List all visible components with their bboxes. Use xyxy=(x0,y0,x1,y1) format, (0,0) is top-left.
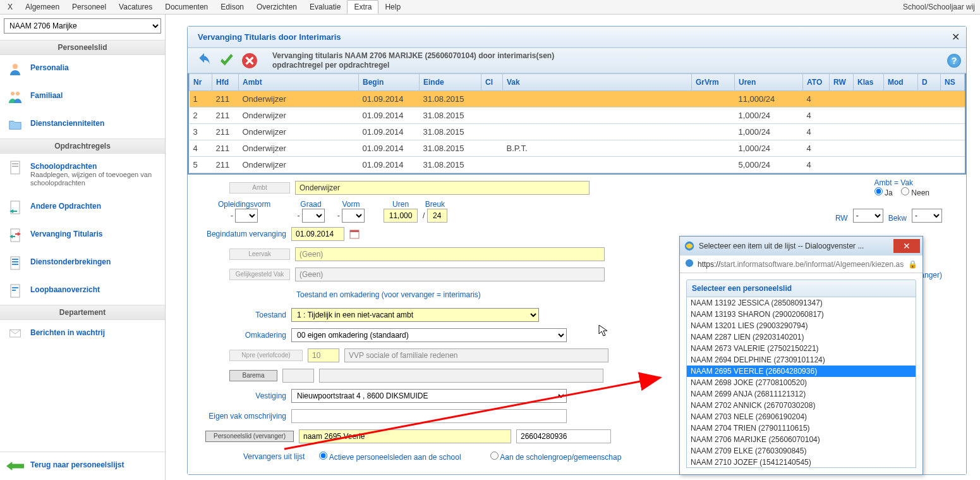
list-item[interactable]: NAAM 2698 JOKE (27708100520) xyxy=(687,377,916,388)
list-item[interactable]: NAAM 2702 ANNICK (26707030208) xyxy=(687,400,916,411)
dialog-close-button[interactable]: ✕ xyxy=(893,239,920,253)
list-item[interactable]: NAAM 2673 VALERIE (27502150221) xyxy=(687,343,916,354)
list-item[interactable]: NAAM 2695 VEERLE (26604280936) xyxy=(687,366,916,377)
npre-input[interactable] xyxy=(308,348,339,362)
personeelslid-id-input[interactable] xyxy=(516,429,611,443)
cell-cl xyxy=(481,157,503,173)
menu-x[interactable]: X xyxy=(1,1,19,13)
cell-vak xyxy=(503,157,692,173)
dialog-list[interactable]: NAAM 13192 JESSICA (28508091347)NAAM 131… xyxy=(686,297,916,468)
opleidingsvorm-select[interactable] xyxy=(235,209,258,223)
sidebar-back-link[interactable]: Terug naar personeelslijst xyxy=(0,452,165,480)
list-item[interactable]: NAAM 2287 LIEN (29203140201) xyxy=(687,331,916,343)
list-item[interactable]: NAAM 13193 SHARON (29002060817) xyxy=(687,309,916,320)
cell-begin: 01.09.2014 xyxy=(359,124,420,140)
th-uren[interactable]: Uren xyxy=(735,74,803,91)
list-item[interactable]: NAAM 2704 TRIEN (27901110615) xyxy=(687,422,916,434)
breuk-label: Breuk xyxy=(423,200,447,209)
menu-personeel[interactable]: Personeel xyxy=(66,1,112,13)
breuk-input[interactable] xyxy=(427,209,447,223)
radio-ja[interactable]: Ja xyxy=(874,188,893,197)
table-row[interactable]: 1211Onderwijzer01.09.201431.08.201511,00… xyxy=(190,91,965,108)
menu-algemeen[interactable]: Algemeen xyxy=(19,1,66,13)
list-item[interactable]: NAAM 2699 ANJA (26811121312) xyxy=(687,388,916,400)
leervak-field[interactable]: (Geen) xyxy=(295,247,605,261)
graad-select[interactable] xyxy=(302,209,325,223)
sidebar-item-familiaal[interactable]: Familiaal xyxy=(0,83,165,111)
menu-documenten[interactable]: Documenten xyxy=(159,1,214,13)
sidebar-item-personalia[interactable]: Personalia xyxy=(0,55,165,83)
eigenvak-input[interactable] xyxy=(291,409,567,423)
person-select[interactable]: NAAM 2706 Marijke xyxy=(4,18,161,34)
th-nr[interactable]: Nr xyxy=(190,74,212,91)
menu-overzichten[interactable]: Overzichten xyxy=(250,1,303,13)
omkadering-select[interactable]: 00 eigen omkadering (standaard) xyxy=(291,328,567,342)
sidebar-item-andere-opdrachten[interactable]: Andere Opdrachten xyxy=(0,194,165,221)
th-ns[interactable]: NS xyxy=(941,74,965,91)
th-begin[interactable]: Begin xyxy=(359,74,420,91)
accept-icon[interactable] xyxy=(215,51,238,70)
sidebar-item-berichten[interactable]: Berichten in wachtrij xyxy=(0,320,165,348)
begindatum-input[interactable] xyxy=(291,227,344,241)
cell-ambt: Onderwijzer xyxy=(239,91,359,108)
list-item[interactable]: NAAM 2703 NELE (26906190204) xyxy=(687,411,916,422)
list-item[interactable]: NAAM 2706 MARIJKE (25606070104) xyxy=(687,434,916,445)
list-item[interactable]: NAAM 2710 JOZEF (15412140545) xyxy=(687,457,916,468)
undo-icon[interactable] xyxy=(193,51,215,70)
calendar-icon[interactable] xyxy=(349,229,360,239)
sidebar-item-loopbaanoverzicht[interactable]: Loopbaanoverzicht xyxy=(0,277,165,305)
radio-actieve[interactable]: Actieve personeelsleden aan de school xyxy=(319,452,461,462)
sidebar-item-vervanging-titularis[interactable]: Vervanging Titularis xyxy=(0,221,165,249)
radio-scholengroep[interactable]: Aan de scholengroep/gemeenschap xyxy=(490,452,622,462)
svg-rect-4 xyxy=(12,163,18,164)
th-d[interactable]: D xyxy=(918,74,941,91)
rw-select[interactable]: - xyxy=(853,209,883,223)
table-row[interactable]: 2211Onderwijzer01.09.201431.08.20151,000… xyxy=(190,108,965,124)
svg-rect-9 xyxy=(12,259,18,260)
vorm-select[interactable] xyxy=(342,209,365,223)
personeelslid-name-input[interactable] xyxy=(299,429,511,443)
menu-help[interactable]: Help xyxy=(378,1,407,13)
table-row[interactable]: 5211Onderwijzer01.09.201431.08.20155,000… xyxy=(190,157,965,173)
toestand-select[interactable]: 1 : Tijdelijk in een niet-vacant ambt xyxy=(291,308,539,322)
cell-rw xyxy=(830,108,854,124)
radio-neen[interactable]: Neen xyxy=(901,188,929,197)
th-klas[interactable]: Klas xyxy=(854,74,884,91)
th-einde[interactable]: Einde xyxy=(420,74,481,91)
menu-extra[interactable]: Extra xyxy=(347,0,378,14)
th-cl[interactable]: Cl xyxy=(481,74,503,91)
table-row[interactable]: 4211Onderwijzer01.09.201431.08.2015B.P.T… xyxy=(190,140,965,157)
menu-evaluatie[interactable]: Evaluatie xyxy=(303,1,347,13)
ambt-field[interactable]: Onderwijzer xyxy=(295,181,590,195)
opleidingsvorm-value: - xyxy=(231,211,233,220)
help-icon[interactable]: ? xyxy=(947,54,961,68)
th-grvrm[interactable]: GrVrm xyxy=(692,74,735,91)
window-close-icon[interactable]: ✕ xyxy=(952,31,960,43)
delete-icon[interactable] xyxy=(238,51,261,70)
menu-vacatures[interactable]: Vacatures xyxy=(112,1,159,13)
sidebar-item-dienstancienniteiten[interactable]: Dienstancienniteiten xyxy=(0,111,165,138)
menu-edison[interactable]: Edison xyxy=(214,1,250,13)
th-rw[interactable]: RW xyxy=(830,74,854,91)
svg-rect-11 xyxy=(12,264,18,265)
vestiging-select[interactable]: Nieuwpoortstraat 4 , 8600 DIKSMUIDE xyxy=(291,389,567,403)
personeelslid-button[interactable]: Personeelslid (vervanger) xyxy=(205,431,294,442)
th-ato[interactable]: ATO xyxy=(803,74,830,91)
th-ambt[interactable]: Ambt xyxy=(239,74,359,91)
barema-button[interactable]: Barema xyxy=(229,370,277,381)
list-item[interactable]: NAAM 2709 ELKE (27603090845) xyxy=(687,445,916,457)
th-hfd[interactable]: Hfd xyxy=(212,74,239,91)
sidebar-item-dienstonderbrekingen[interactable]: Dienstonderbrekingen xyxy=(0,249,165,277)
table-row[interactable]: 3211Onderwijzer01.09.201431.08.20151,000… xyxy=(190,124,965,140)
bekw-select[interactable]: - xyxy=(912,209,942,223)
url-rest: start.informatsoftware.be/informat/Algem… xyxy=(720,260,904,269)
list-item[interactable]: NAAM 13201 LIES (29003290794) xyxy=(687,320,916,331)
list-item[interactable]: NAAM 2694 DELPHINE (27309101124) xyxy=(687,354,916,366)
list-item[interactable]: NAAM 13192 JESSICA (28508091347) xyxy=(687,297,916,309)
ambt-button: Ambt xyxy=(229,182,290,194)
sidebar-item-schoolopdrachten[interactable]: Schoolopdrachten Raadplegen, wijzigen of… xyxy=(0,154,165,194)
th-vak[interactable]: Vak xyxy=(503,74,692,91)
cell-d xyxy=(918,91,941,108)
uren-input[interactable] xyxy=(384,209,418,223)
th-mod[interactable]: Mod xyxy=(884,74,918,91)
